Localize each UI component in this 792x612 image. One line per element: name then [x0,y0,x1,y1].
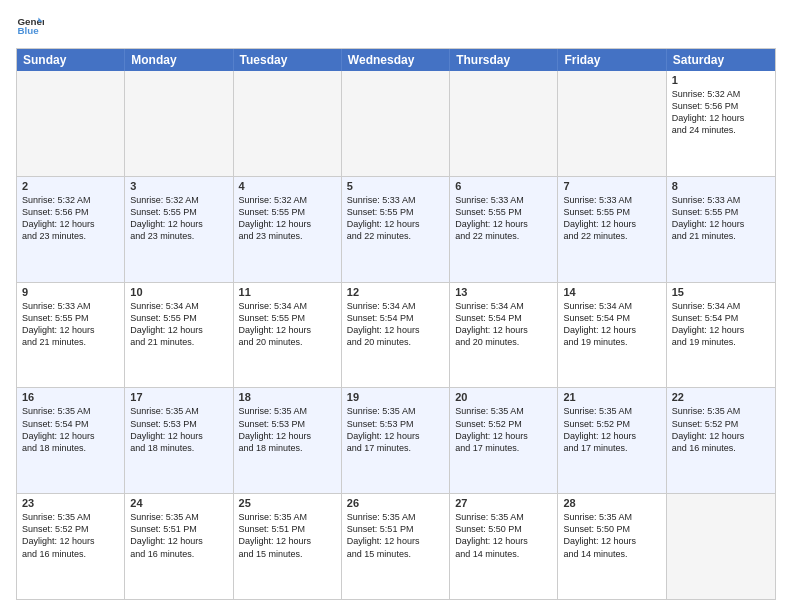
day-header-tuesday: Tuesday [234,49,342,71]
week-row-5: 23Sunrise: 5:35 AM Sunset: 5:52 PM Dayli… [17,493,775,599]
day-number: 14 [563,286,660,298]
day-cell-23: 23Sunrise: 5:35 AM Sunset: 5:52 PM Dayli… [17,494,125,599]
day-info: Sunrise: 5:33 AM Sunset: 5:55 PM Dayligh… [455,194,552,243]
day-cell-26: 26Sunrise: 5:35 AM Sunset: 5:51 PM Dayli… [342,494,450,599]
day-info: Sunrise: 5:34 AM Sunset: 5:54 PM Dayligh… [455,300,552,349]
day-info: Sunrise: 5:35 AM Sunset: 5:50 PM Dayligh… [563,511,660,560]
empty-cell [17,71,125,176]
day-cell-18: 18Sunrise: 5:35 AM Sunset: 5:53 PM Dayli… [234,388,342,493]
day-info: Sunrise: 5:35 AM Sunset: 5:53 PM Dayligh… [347,405,444,454]
day-cell-10: 10Sunrise: 5:34 AM Sunset: 5:55 PM Dayli… [125,283,233,388]
day-cell-6: 6Sunrise: 5:33 AM Sunset: 5:55 PM Daylig… [450,177,558,282]
day-cell-12: 12Sunrise: 5:34 AM Sunset: 5:54 PM Dayli… [342,283,450,388]
day-number: 25 [239,497,336,509]
day-header-thursday: Thursday [450,49,558,71]
logo: General Blue [16,12,44,40]
day-header-monday: Monday [125,49,233,71]
day-number: 7 [563,180,660,192]
day-number: 28 [563,497,660,509]
day-number: 12 [347,286,444,298]
day-cell-19: 19Sunrise: 5:35 AM Sunset: 5:53 PM Dayli… [342,388,450,493]
day-cell-5: 5Sunrise: 5:33 AM Sunset: 5:55 PM Daylig… [342,177,450,282]
calendar-body: 1Sunrise: 5:32 AM Sunset: 5:56 PM Daylig… [17,71,775,599]
day-info: Sunrise: 5:32 AM Sunset: 5:55 PM Dayligh… [239,194,336,243]
day-number: 17 [130,391,227,403]
day-info: Sunrise: 5:35 AM Sunset: 5:51 PM Dayligh… [130,511,227,560]
calendar: SundayMondayTuesdayWednesdayThursdayFrid… [16,48,776,600]
day-header-friday: Friday [558,49,666,71]
day-header-sunday: Sunday [17,49,125,71]
day-info: Sunrise: 5:35 AM Sunset: 5:51 PM Dayligh… [239,511,336,560]
day-number: 9 [22,286,119,298]
day-cell-27: 27Sunrise: 5:35 AM Sunset: 5:50 PM Dayli… [450,494,558,599]
calendar-header: SundayMondayTuesdayWednesdayThursdayFrid… [17,49,775,71]
day-cell-8: 8Sunrise: 5:33 AM Sunset: 5:55 PM Daylig… [667,177,775,282]
empty-cell [234,71,342,176]
empty-cell [342,71,450,176]
day-cell-17: 17Sunrise: 5:35 AM Sunset: 5:53 PM Dayli… [125,388,233,493]
day-info: Sunrise: 5:34 AM Sunset: 5:54 PM Dayligh… [563,300,660,349]
day-cell-22: 22Sunrise: 5:35 AM Sunset: 5:52 PM Dayli… [667,388,775,493]
day-info: Sunrise: 5:34 AM Sunset: 5:55 PM Dayligh… [239,300,336,349]
day-number: 24 [130,497,227,509]
day-cell-28: 28Sunrise: 5:35 AM Sunset: 5:50 PM Dayli… [558,494,666,599]
day-info: Sunrise: 5:35 AM Sunset: 5:50 PM Dayligh… [455,511,552,560]
day-number: 3 [130,180,227,192]
logo-icon: General Blue [16,12,44,40]
empty-cell [558,71,666,176]
day-cell-14: 14Sunrise: 5:34 AM Sunset: 5:54 PM Dayli… [558,283,666,388]
day-cell-9: 9Sunrise: 5:33 AM Sunset: 5:55 PM Daylig… [17,283,125,388]
svg-text:Blue: Blue [17,25,39,36]
day-cell-3: 3Sunrise: 5:32 AM Sunset: 5:55 PM Daylig… [125,177,233,282]
empty-cell [667,494,775,599]
day-header-saturday: Saturday [667,49,775,71]
day-info: Sunrise: 5:33 AM Sunset: 5:55 PM Dayligh… [347,194,444,243]
day-cell-25: 25Sunrise: 5:35 AM Sunset: 5:51 PM Dayli… [234,494,342,599]
empty-cell [125,71,233,176]
day-cell-16: 16Sunrise: 5:35 AM Sunset: 5:54 PM Dayli… [17,388,125,493]
week-row-4: 16Sunrise: 5:35 AM Sunset: 5:54 PM Dayli… [17,387,775,493]
day-info: Sunrise: 5:35 AM Sunset: 5:52 PM Dayligh… [22,511,119,560]
day-cell-15: 15Sunrise: 5:34 AM Sunset: 5:54 PM Dayli… [667,283,775,388]
day-info: Sunrise: 5:34 AM Sunset: 5:54 PM Dayligh… [347,300,444,349]
day-number: 4 [239,180,336,192]
day-number: 16 [22,391,119,403]
day-info: Sunrise: 5:35 AM Sunset: 5:54 PM Dayligh… [22,405,119,454]
week-row-2: 2Sunrise: 5:32 AM Sunset: 5:56 PM Daylig… [17,176,775,282]
week-row-3: 9Sunrise: 5:33 AM Sunset: 5:55 PM Daylig… [17,282,775,388]
day-info: Sunrise: 5:35 AM Sunset: 5:51 PM Dayligh… [347,511,444,560]
day-number: 15 [672,286,770,298]
day-number: 2 [22,180,119,192]
day-number: 19 [347,391,444,403]
day-info: Sunrise: 5:32 AM Sunset: 5:56 PM Dayligh… [672,88,770,137]
day-number: 8 [672,180,770,192]
day-info: Sunrise: 5:33 AM Sunset: 5:55 PM Dayligh… [22,300,119,349]
day-info: Sunrise: 5:33 AM Sunset: 5:55 PM Dayligh… [563,194,660,243]
day-number: 6 [455,180,552,192]
day-number: 10 [130,286,227,298]
day-cell-1: 1Sunrise: 5:32 AM Sunset: 5:56 PM Daylig… [667,71,775,176]
header: General Blue [16,12,776,40]
day-number: 13 [455,286,552,298]
day-cell-20: 20Sunrise: 5:35 AM Sunset: 5:52 PM Dayli… [450,388,558,493]
day-number: 22 [672,391,770,403]
day-header-wednesday: Wednesday [342,49,450,71]
day-cell-7: 7Sunrise: 5:33 AM Sunset: 5:55 PM Daylig… [558,177,666,282]
day-info: Sunrise: 5:33 AM Sunset: 5:55 PM Dayligh… [672,194,770,243]
day-cell-4: 4Sunrise: 5:32 AM Sunset: 5:55 PM Daylig… [234,177,342,282]
day-number: 5 [347,180,444,192]
day-number: 26 [347,497,444,509]
day-number: 27 [455,497,552,509]
day-info: Sunrise: 5:35 AM Sunset: 5:53 PM Dayligh… [130,405,227,454]
day-info: Sunrise: 5:34 AM Sunset: 5:55 PM Dayligh… [130,300,227,349]
day-info: Sunrise: 5:35 AM Sunset: 5:52 PM Dayligh… [455,405,552,454]
week-row-1: 1Sunrise: 5:32 AM Sunset: 5:56 PM Daylig… [17,71,775,176]
day-cell-24: 24Sunrise: 5:35 AM Sunset: 5:51 PM Dayli… [125,494,233,599]
day-info: Sunrise: 5:32 AM Sunset: 5:56 PM Dayligh… [22,194,119,243]
day-number: 11 [239,286,336,298]
day-number: 1 [672,74,770,86]
page: General Blue SundayMondayTuesdayWednesda… [0,0,792,612]
day-number: 23 [22,497,119,509]
empty-cell [450,71,558,176]
day-cell-2: 2Sunrise: 5:32 AM Sunset: 5:56 PM Daylig… [17,177,125,282]
